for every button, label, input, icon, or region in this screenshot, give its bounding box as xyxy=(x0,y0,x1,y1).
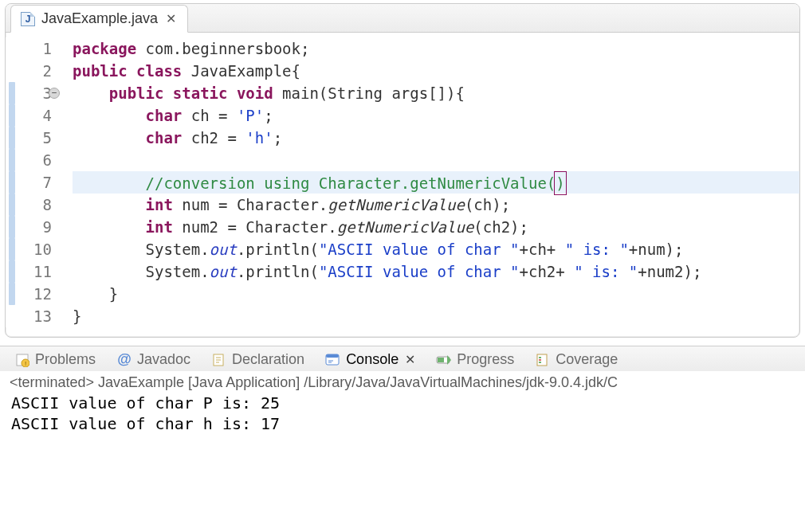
code-line[interactable]: char ch = 'P'; xyxy=(73,104,799,127)
code-line[interactable]: System.out.println("ASCII value of char … xyxy=(73,238,799,260)
at-icon: @ xyxy=(116,352,132,368)
code-line[interactable]: //conversion using Character.getNumericV… xyxy=(73,171,799,194)
code-editor[interactable]: 123−45678910111213 package com.beginners… xyxy=(6,33,799,337)
svg-rect-13 xyxy=(537,354,547,366)
tab-progress[interactable]: Progress xyxy=(436,351,514,368)
editor-tabs-row: J JavaExample.java ✕ xyxy=(6,4,799,33)
console-output[interactable]: ASCII value of char P is: 25 ASCII value… xyxy=(0,391,805,442)
tab-label: Coverage xyxy=(556,351,618,368)
declaration-icon xyxy=(211,352,227,368)
svg-rect-16 xyxy=(539,362,541,363)
line-gutter: 123−45678910111213 xyxy=(22,37,58,327)
tab-label: Problems xyxy=(35,351,96,368)
close-icon[interactable]: ✕ xyxy=(405,352,415,367)
tab-problems[interactable]: ! Problems xyxy=(14,351,96,368)
marker-column xyxy=(6,37,22,327)
tab-javadoc[interactable]: @ Javadoc xyxy=(116,351,190,368)
code-line[interactable]: } xyxy=(73,283,799,305)
tab-console[interactable]: Console ✕ xyxy=(325,351,415,368)
code-body[interactable]: package com.beginnersbook;public class J… xyxy=(58,37,799,327)
progress-icon xyxy=(436,352,452,368)
tab-declaration[interactable]: Declaration xyxy=(211,351,304,368)
code-line[interactable]: public class JavaExample{ xyxy=(73,60,799,82)
code-line[interactable]: package com.beginnersbook; xyxy=(73,37,799,60)
editor-tab-javaexample[interactable]: J JavaExample.java ✕ xyxy=(10,5,188,33)
tab-coverage[interactable]: Coverage xyxy=(535,351,618,368)
fold-toggle-icon[interactable]: − xyxy=(49,88,60,99)
code-line[interactable]: int num = Character.getNumericValue(ch); xyxy=(73,194,799,216)
code-line[interactable]: } xyxy=(73,305,799,327)
tab-label: Declaration xyxy=(232,351,304,368)
bottom-views-tabbar: ! Problems @ Javadoc Declaration Console… xyxy=(0,346,805,371)
coverage-icon xyxy=(535,352,551,368)
editor-tab-filename: JavaExample.java xyxy=(41,10,158,27)
java-file-icon: J xyxy=(21,12,35,26)
close-icon[interactable]: ✕ xyxy=(164,11,178,26)
tab-label: Progress xyxy=(457,351,514,368)
svg-text:!: ! xyxy=(25,360,26,367)
editor-panel: J JavaExample.java ✕ 123−45678910111213 … xyxy=(5,3,800,338)
tab-label: Javadoc xyxy=(137,351,190,368)
code-line[interactable] xyxy=(73,149,799,171)
svg-rect-12 xyxy=(438,358,444,362)
code-line[interactable]: public static void main(String args[]){ xyxy=(73,82,799,104)
svg-rect-14 xyxy=(539,357,541,358)
caret-icon: ) xyxy=(554,171,566,195)
svg-rect-8 xyxy=(326,354,339,358)
warning-icon: ! xyxy=(14,352,30,368)
code-line[interactable]: System.out.println("ASCII value of char … xyxy=(73,260,799,283)
code-line[interactable]: int num2 = Character.getNumericValue(ch2… xyxy=(73,216,799,238)
console-status-line: <terminated> JavaExample [Java Applicati… xyxy=(0,371,805,391)
code-line[interactable]: char ch2 = 'h'; xyxy=(73,127,799,149)
tab-label: Console xyxy=(346,351,399,368)
console-icon xyxy=(325,352,341,368)
svg-rect-15 xyxy=(539,359,541,361)
